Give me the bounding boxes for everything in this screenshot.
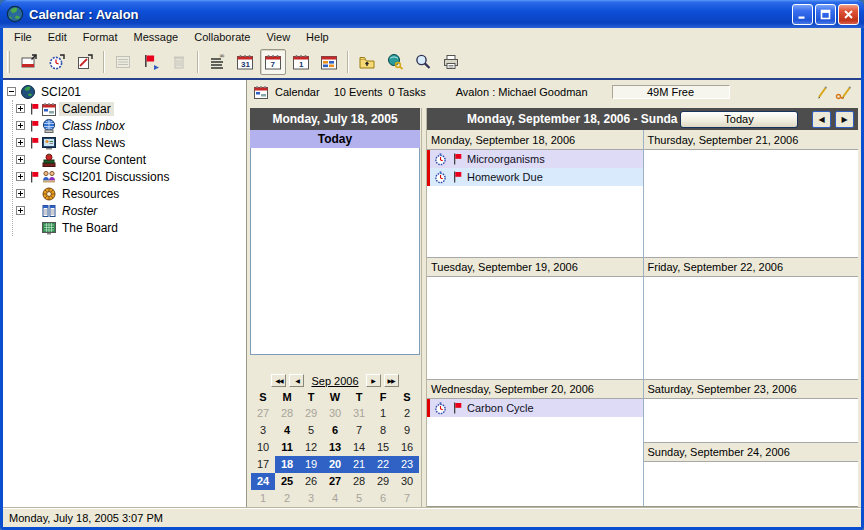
day-cell-thursday[interactable]	[644, 150, 859, 257]
sidebar-item-class-news[interactable]: Class News	[13, 134, 246, 151]
mini-calendar-day[interactable]: 19	[299, 456, 323, 473]
mini-calendar-day[interactable]: 28	[275, 405, 299, 422]
tree-root-sci201[interactable]: SCI201	[7, 83, 246, 100]
mini-calendar-day[interactable]: 10	[251, 439, 275, 456]
expand-icon[interactable]	[16, 172, 25, 181]
menu-message[interactable]: Message	[126, 30, 187, 44]
mini-calendar-day[interactable]: 9	[395, 422, 419, 439]
menu-edit[interactable]: Edit	[40, 30, 75, 44]
print-button[interactable]	[438, 49, 464, 75]
mini-cal-next-month-button[interactable]: ▶	[366, 374, 381, 387]
day-cell-friday[interactable]	[644, 277, 859, 379]
expand-icon[interactable]	[16, 138, 25, 147]
sidebar-item-sci201-discussions[interactable]: SCI201 Discussions	[13, 168, 246, 185]
mini-calendar-day[interactable]: 21	[347, 456, 371, 473]
list-view-button[interactable]: ∞	[204, 49, 230, 75]
mini-calendar-day[interactable]: 1	[251, 490, 275, 507]
event-item[interactable]: Carbon Cycle	[427, 399, 643, 417]
mini-cal-month-label[interactable]: Sep 2006	[307, 375, 362, 387]
day-cell-tuesday[interactable]	[427, 277, 643, 379]
mini-calendar-day[interactable]: 16	[395, 439, 419, 456]
mini-calendar-day[interactable]: 3	[251, 422, 275, 439]
new-document-button[interactable]	[72, 49, 98, 75]
sidebar-item-roster[interactable]: Roster	[13, 202, 246, 219]
mini-cal-prev-year-button[interactable]: ◀◀	[271, 374, 286, 387]
mini-calendar-day[interactable]: 5	[347, 490, 371, 507]
day-cell-monday[interactable]: Microorganisms Homework Due	[427, 150, 643, 257]
mini-calendar-day[interactable]: 17	[251, 456, 275, 473]
pencil-key-icon[interactable]	[835, 85, 853, 100]
day-pane-body[interactable]	[250, 148, 420, 355]
mini-calendar-day[interactable]: 15	[371, 439, 395, 456]
menu-help[interactable]: Help	[298, 30, 337, 44]
expand-icon[interactable]	[16, 155, 25, 164]
expand-icon[interactable]	[16, 121, 25, 130]
mini-calendar-day[interactable]: 4	[275, 422, 299, 439]
new-task-button[interactable]	[44, 49, 70, 75]
event-item[interactable]: Homework Due	[427, 168, 643, 186]
day-cell-saturday[interactable]	[644, 399, 859, 442]
pencil-icon[interactable]	[815, 85, 829, 100]
week-view-button[interactable]: 7	[260, 49, 286, 75]
mini-calendar-day[interactable]: 6	[323, 422, 347, 439]
sidebar-item-the-board[interactable]: The Board	[13, 219, 246, 236]
minimize-button[interactable]	[792, 4, 813, 25]
new-event-button[interactable]	[16, 49, 42, 75]
mini-cal-prev-month-button[interactable]: ◀	[289, 374, 304, 387]
menu-collaborate[interactable]: Collaborate	[186, 30, 258, 44]
menu-format[interactable]: Format	[75, 30, 126, 44]
mini-calendar-day[interactable]: 27	[323, 473, 347, 490]
mini-calendar-day[interactable]: 12	[299, 439, 323, 456]
event-item[interactable]: Microorganisms	[427, 150, 643, 168]
collapse-icon[interactable]	[7, 87, 16, 96]
today-button[interactable]: Today	[680, 111, 798, 128]
mini-calendar-day[interactable]: 13	[323, 439, 347, 456]
mini-calendar-day[interactable]: 30	[395, 473, 419, 490]
flag-button[interactable]	[138, 49, 164, 75]
menu-view[interactable]: View	[258, 30, 298, 44]
mini-calendar-day[interactable]: 11	[275, 439, 299, 456]
mini-calendar-day[interactable]: 27	[251, 405, 275, 422]
mini-calendar-day[interactable]: 4	[323, 490, 347, 507]
mini-calendar-day[interactable]: 22	[371, 456, 395, 473]
day-cell-wednesday[interactable]: Carbon Cycle	[427, 399, 643, 506]
permissions-button[interactable]	[382, 49, 408, 75]
mini-calendar-day[interactable]: 18	[275, 456, 299, 473]
mini-calendar-day[interactable]: 20	[323, 456, 347, 473]
expand-icon[interactable]	[16, 189, 25, 198]
mini-calendar-day[interactable]: 31	[347, 405, 371, 422]
close-button[interactable]	[838, 4, 859, 25]
menu-file[interactable]: File	[6, 30, 40, 44]
mini-calendar-day[interactable]: 26	[299, 473, 323, 490]
expand-icon[interactable]	[16, 104, 25, 113]
next-week-button[interactable]: ▶	[835, 111, 854, 128]
mini-calendar-day[interactable]: 25	[275, 473, 299, 490]
mini-calendar-day[interactable]: 7	[347, 422, 371, 439]
day-view-button[interactable]: 1	[288, 49, 314, 75]
mini-calendar-day[interactable]: 2	[395, 405, 419, 422]
mini-calendar-day[interactable]: 30	[323, 405, 347, 422]
mini-calendar-day[interactable]: 28	[347, 473, 371, 490]
sidebar-item-course-content[interactable]: Course Content	[13, 151, 246, 168]
mini-calendar-day[interactable]: 29	[371, 473, 395, 490]
month-view-button[interactable]: 31	[232, 49, 258, 75]
mini-calendar-day[interactable]: 23	[395, 456, 419, 473]
sidebar-item-resources[interactable]: Resources	[13, 185, 246, 202]
search-button[interactable]	[410, 49, 436, 75]
sidebar-item-calendar[interactable]: Calendar	[13, 100, 246, 117]
mini-calendar-day[interactable]: 14	[347, 439, 371, 456]
today-banner[interactable]: Today	[250, 130, 420, 148]
maximize-button[interactable]	[815, 4, 836, 25]
sidebar-item-class-inbox[interactable]: Class Inbox	[13, 117, 246, 134]
mini-calendar-day[interactable]: 6	[371, 490, 395, 507]
mini-calendar-day[interactable]: 2	[275, 490, 299, 507]
prev-week-button[interactable]: ◀	[812, 111, 831, 128]
day-cell-sunday[interactable]	[644, 462, 859, 506]
mini-calendar-day[interactable]: 8	[371, 422, 395, 439]
mini-calendar-day[interactable]: 1	[371, 405, 395, 422]
multi-week-view-button[interactable]	[316, 49, 342, 75]
mini-cal-next-year-button[interactable]: ▶▶	[384, 374, 399, 387]
mini-calendar-day[interactable]: 3	[299, 490, 323, 507]
mini-calendar-day[interactable]: 5	[299, 422, 323, 439]
expand-icon[interactable]	[16, 206, 25, 215]
